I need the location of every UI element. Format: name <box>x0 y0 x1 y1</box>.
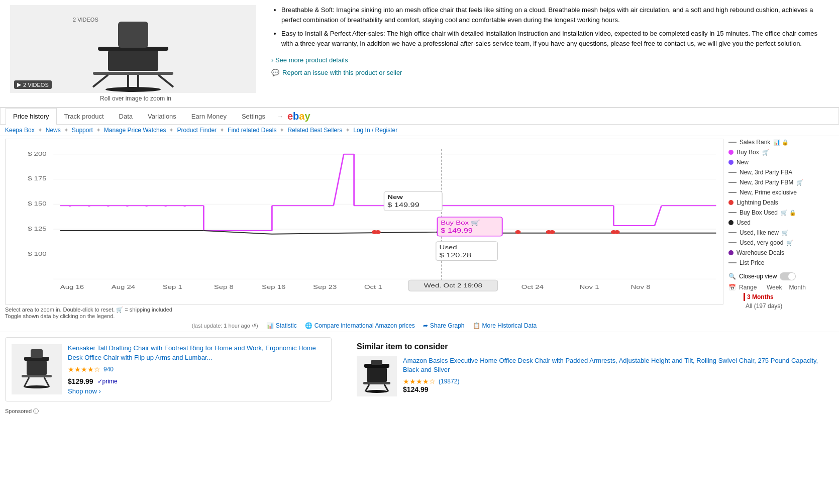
nav-support[interactable]: Support <box>72 127 93 134</box>
chart-legend: Sales Rank 📊 🔒 Buy Box 🛒 New New, 3rd Pa… <box>723 139 834 329</box>
nav-login[interactable]: Log In / Register <box>353 127 397 134</box>
tab-price-history[interactable]: Price history <box>6 108 57 125</box>
svg-point-7 <box>106 87 161 92</box>
nav-best-sellers[interactable]: Related Best Sellers <box>287 127 342 134</box>
svg-text:×: × <box>126 204 129 209</box>
svg-text:$ 175: $ 175 <box>28 175 46 182</box>
tab-settings[interactable]: Settings <box>234 108 273 124</box>
similar-title: Similar item to consider <box>357 342 829 351</box>
keepa-tabs-container: Price history Track product Data Variati… <box>0 108 839 125</box>
legend-buy-box[interactable]: Buy Box 🛒 <box>728 149 834 156</box>
svg-line-65 <box>24 377 29 387</box>
sponsored-item: Kensaker Tall Drafting Chair with Footre… <box>5 337 332 401</box>
close-up-toggle[interactable]: 🔍 Close-up view <box>728 272 834 280</box>
svg-text:$ 149.99: $ 149.99 <box>387 201 419 208</box>
tab-earn-money[interactable]: Earn Money <box>184 108 234 124</box>
svg-text:×: × <box>87 204 90 209</box>
tab-track-product[interactable]: Track product <box>57 108 112 124</box>
svg-text:Nov 8: Nov 8 <box>631 284 650 290</box>
legend-prime-exclusive[interactable]: New, Prime exclusive <box>728 189 834 196</box>
svg-text:Oct 24: Oct 24 <box>521 284 544 290</box>
svg-text:New: New <box>387 194 403 200</box>
sponsored-prime: ✓prime <box>97 378 118 385</box>
svg-point-42 <box>614 230 620 234</box>
range-month[interactable]: Month <box>787 283 807 291</box>
svg-point-67 <box>24 385 49 388</box>
svg-text:Used: Used <box>440 244 457 251</box>
legend-buy-box-used[interactable]: Buy Box Used 🛒 🔒 <box>728 209 834 216</box>
svg-text:Oct 1: Oct 1 <box>364 284 382 290</box>
svg-text:Nov 1: Nov 1 <box>579 284 599 290</box>
svg-text:Aug 24: Aug 24 <box>112 284 135 290</box>
calendar-icon: 📅 <box>728 284 736 291</box>
svg-point-40 <box>550 230 555 234</box>
range-controls: 🔍 Close-up view 📅 Range Week Month 3 Mon… <box>728 272 834 310</box>
similar-review-count[interactable]: (19872) <box>439 378 459 385</box>
nav-news[interactable]: News <box>46 127 61 134</box>
product-image[interactable]: 2 VIDEOS ▶ 2 VIDEOS <box>10 5 256 93</box>
legend-used-like-new[interactable]: Used, like new 🛒 <box>728 229 834 236</box>
report-icon: 💬 <box>271 69 279 76</box>
sponsored-title[interactable]: Kensaker Tall Drafting Chair with Footre… <box>68 344 325 362</box>
range-row: 📅 Range Week Month <box>728 283 834 291</box>
similar-product-title[interactable]: Amazon Basics Executive Home Office Desk… <box>403 356 829 374</box>
similar-product: Amazon Basics Executive Home Office Desk… <box>357 356 829 396</box>
svg-text:$ 100: $ 100 <box>28 251 46 257</box>
nav-keepabox[interactable]: Keepa Box <box>5 127 35 134</box>
chart-info: Select area to zoom in. Double-click to … <box>5 307 723 319</box>
svg-text:×: × <box>164 204 167 209</box>
svg-text:Sep 8: Sep 8 <box>214 284 234 290</box>
sponsored-review-count[interactable]: 940 <box>103 366 114 373</box>
share-graph-link[interactable]: ➦ Share Graph <box>423 322 465 329</box>
legend-list-price[interactable]: List Price <box>728 259 834 266</box>
more-historical-link[interactable]: 📋 More Historical Data <box>473 322 537 329</box>
svg-point-74 <box>366 390 388 393</box>
bottom-section: Kensaker Tall Drafting Chair with Footre… <box>0 332 839 407</box>
toggle-switch[interactable] <box>780 272 796 280</box>
legend-new[interactable]: New <box>728 159 834 166</box>
svg-line-73 <box>384 384 388 391</box>
svg-line-66 <box>44 377 49 387</box>
similar-product-image[interactable] <box>357 356 397 396</box>
sponsored-product-image[interactable] <box>12 344 62 394</box>
compare-link[interactable]: 🌐 Compare international Amazon prices <box>305 322 415 329</box>
nav-product-finder[interactable]: Product Finder <box>177 127 217 134</box>
chart-area: $ 200 $ 175 $ 150 $ 125 $ 100 Aug 16 Aug… <box>0 136 839 332</box>
svg-text:$ 120.28: $ 120.28 <box>440 252 472 258</box>
svg-text:$ 149.99: $ 149.99 <box>441 227 473 234</box>
info-icon[interactable]: ⓘ <box>33 408 39 414</box>
nav-related-deals[interactable]: Find related Deals <box>228 127 276 134</box>
chart-main: $ 200 $ 175 $ 150 $ 125 $ 100 Aug 16 Aug… <box>5 139 723 329</box>
range-week[interactable]: Week <box>765 283 784 291</box>
range-3months[interactable]: 3 Months <box>744 293 776 301</box>
tab-data[interactable]: Data <box>112 108 140 124</box>
legend-used-very-good[interactable]: Used, very good 🛒 <box>728 239 834 246</box>
similar-price: $124.99 <box>403 385 829 393</box>
svg-text:Buy Box 🛒: Buy Box 🛒 <box>441 219 480 226</box>
nav-price-watches[interactable]: Manage Price Watches <box>104 127 166 134</box>
legend-new-fba[interactable]: New, 3rd Party FBA <box>728 169 834 176</box>
keepa-tabs: Price history Track product Data Variati… <box>6 108 833 124</box>
svg-rect-63 <box>27 361 47 375</box>
svg-text:Sep 1: Sep 1 <box>163 284 182 290</box>
report-issue-link[interactable]: 💬 Report an issue with this product or s… <box>271 69 829 76</box>
see-more-link[interactable]: › See more product details <box>271 56 348 64</box>
zoom-hint: Roll over image to zoom in <box>10 95 261 102</box>
sponsored-details: Kensaker Tall Drafting Chair with Footre… <box>68 344 325 394</box>
legend-lightning-deals[interactable]: Lightning Deals <box>728 199 834 206</box>
tab-variations[interactable]: Variations <box>140 108 184 124</box>
shop-now-link[interactable]: Shop now › <box>68 387 101 395</box>
svg-rect-8 <box>118 22 148 48</box>
legend-sales-rank[interactable]: Sales Rank 📊 🔒 <box>728 139 834 146</box>
statistic-link[interactable]: 📊 Statistic <box>266 322 297 329</box>
svg-text:×: × <box>183 204 186 209</box>
legend-warehouse-deals[interactable]: Warehouse Deals <box>728 249 834 256</box>
legend-used[interactable]: Used <box>728 219 834 226</box>
range-all[interactable]: All (197 days) <box>744 302 784 310</box>
svg-text:×: × <box>68 204 71 209</box>
svg-line-3 <box>93 75 108 87</box>
svg-rect-68 <box>31 349 43 358</box>
statistic-icon: 📊 <box>266 322 274 329</box>
price-chart[interactable]: $ 200 $ 175 $ 150 $ 125 $ 100 Aug 16 Aug… <box>5 139 723 305</box>
legend-new-fbm[interactable]: New, 3rd Party FBM 🛒 <box>728 179 834 186</box>
